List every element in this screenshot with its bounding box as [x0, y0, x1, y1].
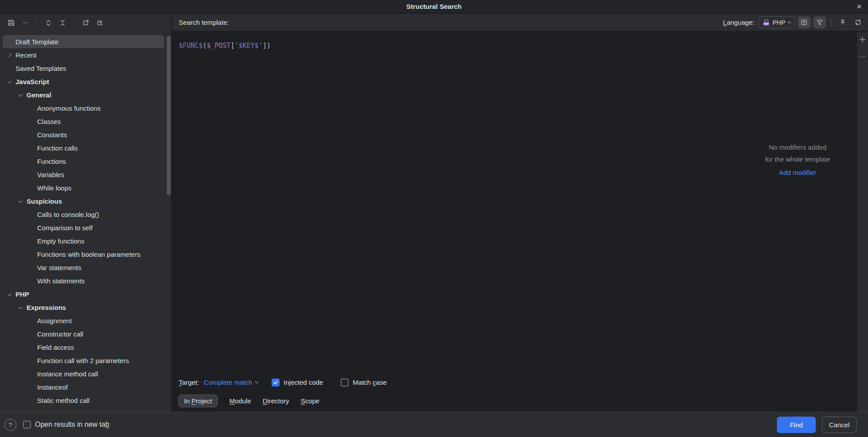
tree-item[interactable]: While loops	[3, 181, 164, 194]
export-template-icon[interactable]	[80, 17, 92, 28]
find-button[interactable]: Find	[777, 417, 816, 433]
help-icon[interactable]: ?	[4, 419, 16, 431]
tree-item[interactable]: Calls to console.log()	[3, 208, 164, 221]
tree-item[interactable]: Empty functions	[3, 234, 164, 248]
tree-item[interactable]: Anonymous functions	[3, 101, 164, 115]
add-modifier-link[interactable]: Add modifier	[779, 166, 816, 178]
chevron-none	[27, 221, 35, 234]
search-template-label: Search template:	[179, 19, 229, 26]
chevron-right-icon[interactable]	[6, 48, 13, 62]
tree-item[interactable]: Constructor call	[3, 327, 164, 340]
chevron-none	[27, 208, 35, 221]
chevron-none	[27, 340, 35, 354]
header-controls: Language: PHP PHP	[723, 16, 864, 28]
history-icon[interactable]	[798, 16, 810, 28]
chevron-none	[27, 261, 35, 274]
scope-tabs: In Project Module Directory Scope	[172, 392, 856, 410]
chevron-down-icon[interactable]	[17, 301, 24, 314]
tree-item[interactable]: Functions with boolean parameters	[3, 248, 164, 261]
injected-code-checkbox[interactable]	[272, 379, 280, 387]
target-label: Target:	[179, 379, 199, 386]
chevron-down-icon[interactable]	[17, 194, 24, 208]
tree-item[interactable]: Constants	[3, 128, 164, 141]
open-results-label: Open results in new tab	[35, 421, 109, 429]
tree-item-javascript[interactable]: JavaScript	[3, 75, 164, 88]
chevron-down-icon[interactable]	[17, 88, 24, 101]
chevron-none	[27, 115, 35, 128]
tree-item[interactable]: Comparison to self	[3, 221, 164, 234]
title-bar: Structural Search ×	[0, 0, 868, 13]
collapse-all-icon[interactable]	[57, 17, 69, 28]
search-template-header: Search template: Language: PHP PHP	[172, 14, 868, 31]
chevron-down-icon	[255, 380, 258, 383]
tab-scope[interactable]: Scope	[301, 397, 320, 405]
open-results-checkbox[interactable]	[23, 421, 31, 429]
chevron-none	[27, 128, 35, 141]
tree-item[interactable]: Field access	[3, 340, 164, 354]
tree-item[interactable]: Variables	[3, 168, 164, 181]
tree-item[interactable]: Function call with 2 parameters	[3, 354, 164, 367]
tree-item[interactable]: Function calls	[3, 141, 164, 155]
target-value-dropdown[interactable]: Complete match	[204, 379, 258, 386]
chevron-none	[27, 380, 35, 394]
template-code: $FUNC$($_POST['$KEY$'])	[172, 32, 856, 50]
tree-item[interactable]: Classes	[3, 115, 164, 128]
chevron-none	[27, 181, 35, 194]
svg-text:PHP: PHP	[764, 23, 769, 25]
tree-item-php[interactable]: PHP	[3, 287, 164, 301]
tree-item[interactable]: Assignment	[3, 314, 164, 327]
refresh-icon[interactable]	[852, 16, 864, 28]
tree-item-recent[interactable]: Recent	[3, 48, 164, 62]
language-label: Language:	[723, 19, 754, 26]
match-case-checkbox[interactable]	[341, 379, 349, 387]
modifier-toolbar-divider	[859, 57, 866, 57]
tree-item-draft-template[interactable]: Draft Template	[3, 35, 164, 48]
toolbar-separator	[74, 19, 74, 27]
tree-item[interactable]: Var statements	[3, 261, 164, 274]
add-modifier-icon[interactable]	[859, 36, 866, 43]
tab-module[interactable]: Module	[229, 397, 251, 405]
language-value: PHP	[772, 19, 785, 26]
expand-all-icon[interactable]	[42, 17, 54, 28]
language-select[interactable]: PHP PHP	[758, 16, 795, 28]
tree-scrollbar[interactable]	[167, 36, 171, 195]
search-template-editor[interactable]: $FUNC$($_POST['$KEY$'])	[172, 32, 856, 348]
close-icon[interactable]: ×	[852, 0, 866, 13]
chevron-none	[27, 155, 35, 168]
tree-item-saved-templates[interactable]: Saved Templates	[3, 62, 164, 75]
chevron-none	[27, 141, 35, 155]
injected-code-label: Injected code	[284, 379, 323, 386]
tab-in-project[interactable]: In Project	[178, 394, 218, 407]
tree-item[interactable]: Static method call	[3, 394, 164, 407]
tree-item-suspicious[interactable]: Suspicious	[3, 194, 164, 208]
filter-icon[interactable]	[813, 16, 826, 28]
chevron-none	[27, 101, 35, 115]
tree-item[interactable]: Functions	[3, 155, 164, 168]
toolbar-separator	[831, 18, 831, 27]
search-template-panel: Search template: Language: PHP PHP	[172, 14, 868, 412]
dialog-title: Structural Search	[0, 0, 868, 13]
chevron-none	[27, 274, 35, 287]
tree-item[interactable]: With statements	[3, 274, 164, 287]
tree-item-general[interactable]: General	[3, 88, 164, 101]
save-template-icon[interactable]	[5, 17, 17, 28]
tree-item[interactable]: Instance method call	[3, 367, 164, 380]
php-file-icon: PHP	[763, 19, 770, 26]
template-tree: Draft Template Recent Saved Templates Ja…	[0, 31, 171, 412]
chevron-none	[27, 248, 35, 261]
import-template-icon[interactable]	[94, 17, 106, 28]
toolbar-separator	[37, 19, 37, 27]
cancel-button[interactable]: Cancel	[822, 417, 856, 433]
chevron-none	[6, 35, 13, 48]
tree-item-expressions[interactable]: Expressions	[3, 301, 164, 314]
chevron-none	[27, 234, 35, 248]
pin-icon[interactable]	[836, 16, 849, 28]
check-icon	[273, 380, 278, 385]
target-options-row: Target: Complete match Injected code Mat…	[172, 374, 856, 391]
tree-item[interactable]: Instanceof	[3, 380, 164, 394]
chevron-down-icon[interactable]	[6, 75, 13, 88]
chevron-none	[27, 314, 35, 327]
tab-directory[interactable]: Directory	[263, 397, 289, 405]
chevron-down-icon[interactable]	[6, 287, 13, 301]
remove-template-icon[interactable]	[19, 17, 31, 28]
